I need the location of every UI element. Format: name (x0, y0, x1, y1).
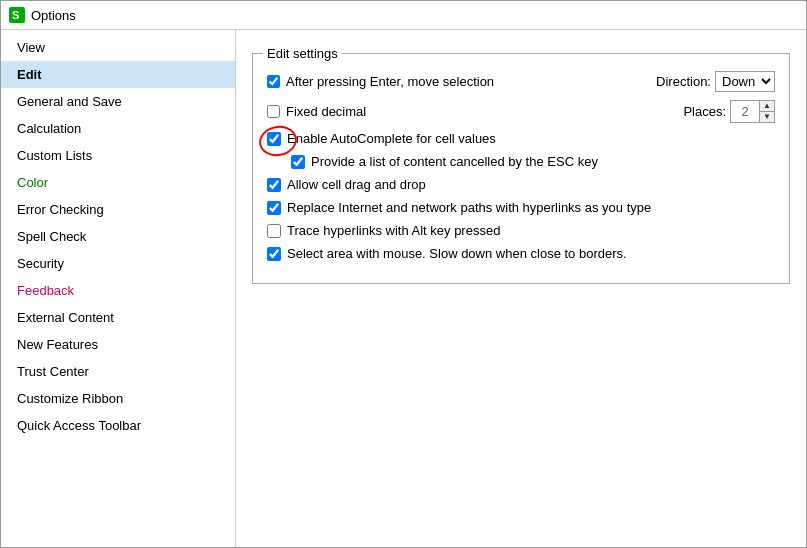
after-enter-row: After pressing Enter, move selection Dir… (267, 71, 775, 92)
window-title: Options (31, 8, 76, 23)
enable-autocomplete-row: Enable AutoComplete for cell values (267, 131, 775, 146)
provide-list-checkbox[interactable] (291, 155, 305, 169)
sidebar-item-edit[interactable]: Edit (1, 61, 235, 88)
sidebar-item-customize-ribbon[interactable]: Customize Ribbon (1, 385, 235, 412)
sidebar-item-external-content[interactable]: External Content (1, 304, 235, 331)
fixed-decimal-right: Places: ▲ ▼ (683, 100, 775, 123)
replace-internet-label: Replace Internet and network paths with … (287, 200, 651, 215)
sidebar-item-error-checking[interactable]: Error Checking (1, 196, 235, 223)
sidebar-item-security[interactable]: Security (1, 250, 235, 277)
trace-hyperlinks-row: Trace hyperlinks with Alt key pressed (267, 223, 775, 238)
sidebar-item-custom-lists[interactable]: Custom Lists (1, 142, 235, 169)
after-enter-right: Direction: Down Up Left Right (656, 71, 775, 92)
places-group: Places: ▲ ▼ (683, 100, 775, 123)
content-area: View Edit General and Save Calculation C… (1, 30, 806, 547)
trace-hyperlinks-label: Trace hyperlinks with Alt key pressed (287, 223, 500, 238)
cell-drag-drop-checkbox[interactable] (267, 178, 281, 192)
edit-settings-group: Edit settings After pressing Enter, move… (252, 46, 790, 284)
places-spinner: ▲ ▼ (730, 100, 775, 123)
enable-autocomplete-label: Enable AutoComplete for cell values (287, 131, 496, 146)
cell-drag-drop-row: Allow cell drag and drop (267, 177, 775, 192)
main-panel: Edit settings After pressing Enter, move… (236, 30, 806, 547)
sidebar-item-calculation[interactable]: Calculation (1, 115, 235, 142)
direction-select[interactable]: Down Up Left Right (715, 71, 775, 92)
sidebar-item-view[interactable]: View (1, 34, 235, 61)
edit-settings-legend: Edit settings (263, 46, 342, 61)
select-area-label: Select area with mouse. Slow down when c… (287, 246, 627, 261)
sidebar: View Edit General and Save Calculation C… (1, 30, 236, 547)
cell-drag-drop-label: Allow cell drag and drop (287, 177, 426, 192)
replace-internet-checkbox[interactable] (267, 201, 281, 215)
sidebar-item-feedback[interactable]: Feedback (1, 277, 235, 304)
direction-group: Direction: Down Up Left Right (656, 71, 775, 92)
title-bar: S Options (1, 1, 806, 30)
spinner-down-button[interactable]: ▼ (760, 112, 774, 122)
provide-list-label: Provide a list of content cancelled by t… (311, 154, 598, 169)
places-label: Places: (683, 104, 726, 119)
enable-autocomplete-checkbox[interactable] (267, 132, 281, 146)
spinner-arrows: ▲ ▼ (759, 101, 774, 122)
provide-list-row: Provide a list of content cancelled by t… (291, 154, 775, 169)
sidebar-item-general-and-save[interactable]: General and Save (1, 88, 235, 115)
sidebar-item-spell-check[interactable]: Spell Check (1, 223, 235, 250)
spinner-up-button[interactable]: ▲ (760, 101, 774, 112)
direction-label: Direction: (656, 74, 711, 89)
after-enter-label: After pressing Enter, move selection (286, 74, 494, 89)
sidebar-item-new-features[interactable]: New Features (1, 331, 235, 358)
sidebar-item-trust-center[interactable]: Trust Center (1, 358, 235, 385)
spinner-input-row: ▲ ▼ (731, 101, 774, 122)
circle-annotation (267, 132, 281, 146)
fixed-decimal-label: Fixed decimal (286, 104, 366, 119)
after-enter-left: After pressing Enter, move selection (267, 74, 494, 89)
replace-internet-row: Replace Internet and network paths with … (267, 200, 775, 215)
app-icon: S (9, 7, 25, 23)
sidebar-item-color[interactable]: Color (1, 169, 235, 196)
fixed-decimal-checkbox[interactable] (267, 105, 280, 118)
after-enter-checkbox[interactable] (267, 75, 280, 88)
fixed-decimal-row: Fixed decimal Places: ▲ ▼ (267, 100, 775, 123)
svg-text:S: S (12, 9, 19, 21)
select-area-checkbox[interactable] (267, 247, 281, 261)
trace-hyperlinks-checkbox[interactable] (267, 224, 281, 238)
sidebar-item-quick-access-toolbar[interactable]: Quick Access Toolbar (1, 412, 235, 439)
select-area-row: Select area with mouse. Slow down when c… (267, 246, 775, 261)
options-window: S Options View Edit General and Save Cal… (0, 0, 807, 548)
places-input[interactable] (731, 101, 759, 122)
fixed-decimal-left: Fixed decimal (267, 104, 366, 119)
